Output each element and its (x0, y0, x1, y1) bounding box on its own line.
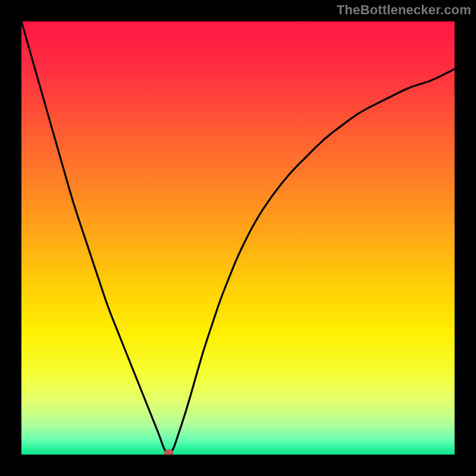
plot-area (21, 21, 455, 455)
chart-frame: TheBottlenecker.com (0, 0, 476, 476)
bottleneck-chart (21, 21, 455, 455)
gradient-background (21, 21, 455, 455)
watermark-label: TheBottlenecker.com (337, 2, 471, 18)
